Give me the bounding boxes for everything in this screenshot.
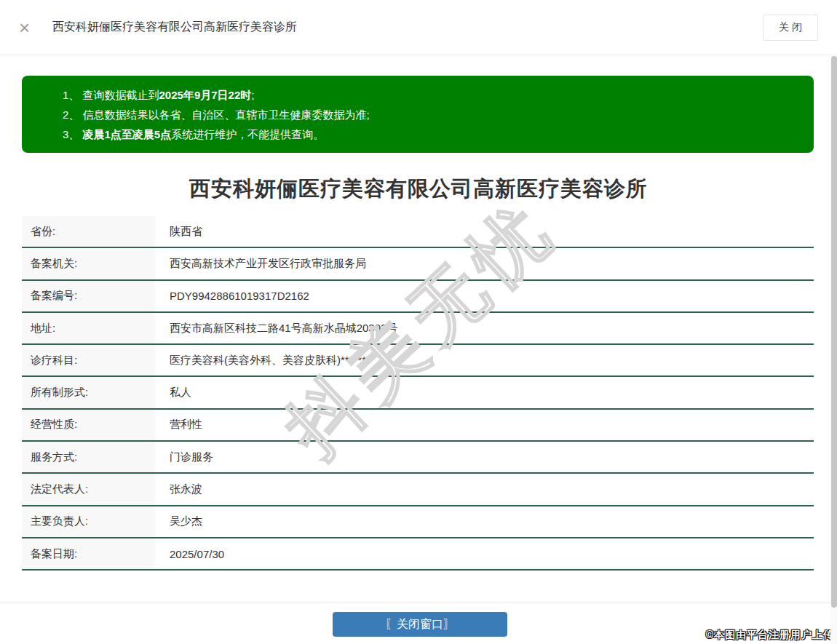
header-bar: × 西安科妍俪医疗美容有限公司高新医疗美容诊所 关 闭	[0, 0, 837, 55]
row-value: PDY99428861019317D2162	[155, 290, 309, 302]
row-label: 主要负责人:	[22, 506, 155, 537]
row-label: 地址:	[22, 313, 155, 343]
footer-divider	[0, 602, 837, 603]
notice-line-3-post: 系统进行维护，不能提供查询。	[171, 128, 324, 140]
row-label: 所有制形式:	[22, 377, 155, 408]
notice-line-3-pre: 3、	[63, 128, 83, 140]
table-row-legal-representative: 法定代表人: 张永波	[22, 474, 814, 506]
row-value: 张永波	[155, 482, 202, 496]
table-row-treatment-subjects: 诊疗科目: 医疗美容科(美容外科、美容皮肤科)******	[22, 345, 814, 377]
notice-line-1-pre: 1、 查询数据截止到	[63, 89, 159, 101]
row-value: 医疗美容科(美容外科、美容皮肤科)******	[155, 354, 366, 367]
row-label: 经营性质:	[22, 410, 155, 440]
notice-line-3-bold: 凌晨1点至凌晨5点	[83, 128, 172, 140]
table-row-main-responsible: 主要负责人: 吴少杰	[22, 506, 814, 538]
row-label: 诊疗科目:	[22, 345, 155, 375]
row-label: 法定代表人:	[22, 474, 155, 504]
copyright-watermark: ©本图由平台注册用户上传	[706, 629, 834, 642]
page-title: 西安科妍俪医疗美容有限公司高新医疗美容诊所	[0, 175, 837, 204]
header-close-button[interactable]: 关 闭	[763, 15, 818, 41]
table-row-province: 省份: 陕西省	[22, 216, 814, 248]
table-row-filing-authority: 备案机关: 西安高新技术产业开发区行政审批服务局	[22, 248, 814, 280]
notice-line-1-post: ;	[251, 89, 254, 101]
close-window-button[interactable]: 〖关闭窗口〗	[333, 612, 507, 637]
notice-line-2: 2、 信息数据结果以各省、自治区、直辖市卫生健康委数据为准;	[63, 105, 799, 124]
row-value: 营利性	[155, 418, 202, 432]
row-value: 2025/07/30	[155, 548, 224, 560]
close-x-icon[interactable]: ×	[19, 18, 39, 37]
notice-line-1: 1、 查询数据截止到2025年9月7日22时;	[63, 85, 799, 105]
row-label: 服务方式:	[22, 442, 155, 472]
header-title: 西安科妍俪医疗美容有限公司高新医疗美容诊所	[52, 20, 297, 35]
row-value: 吴少杰	[155, 514, 202, 528]
table-row-operating-nature: 经营性质: 营利性	[22, 410, 814, 442]
table-row-address: 地址: 西安市高新区科技二路41号高新水晶城20303号	[22, 313, 814, 345]
table-row-filing-number: 备案编号: PDY99428861019317D2162	[22, 281, 814, 313]
row-value: 私人	[155, 386, 191, 399]
row-value: 门诊服务	[155, 450, 213, 464]
table-row-ownership: 所有制形式: 私人	[22, 377, 814, 409]
row-value: 陕西省	[155, 225, 202, 239]
scrollbar-thumb[interactable]	[831, 56, 837, 608]
row-value: 西安高新技术产业开发区行政审批服务局	[155, 257, 366, 271]
notice-line-2-pre: 2、 信息数据结果以各省、自治区、直辖市卫生健康委数据为准;	[63, 108, 370, 121]
row-label: 备案编号:	[22, 281, 155, 311]
info-table: 省份: 陕西省 备案机关: 西安高新技术产业开发区行政审批服务局 备案编号: P…	[22, 216, 814, 571]
row-value: 西安市高新区科技二路41号高新水晶城20303号	[155, 322, 397, 335]
row-label: 省份:	[22, 216, 155, 247]
row-label: 备案机关:	[22, 248, 155, 279]
notice-line-3: 3、 凌晨1点至凌晨5点系统进行维护，不能提供查询。	[63, 124, 799, 144]
row-label: 备案日期:	[22, 538, 155, 569]
table-row-filing-date: 备案日期: 2025/07/30	[22, 538, 814, 571]
table-row-service-mode: 服务方式: 门诊服务	[22, 442, 814, 474]
notice-line-1-bold: 2025年9月7日22时	[159, 89, 252, 101]
scrollbar-track	[830, 56, 837, 644]
notice-box: 1、 查询数据截止到2025年9月7日22时; 2、 信息数据结果以各省、自治区…	[22, 76, 814, 153]
